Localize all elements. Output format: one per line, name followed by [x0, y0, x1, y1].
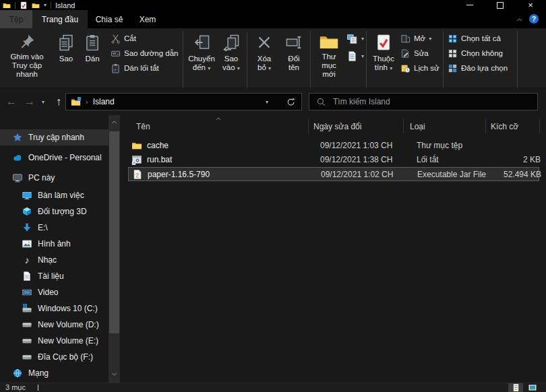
paste-shortcut-button[interactable]: Dán lối tắt — [111, 61, 159, 75]
sidebar-item-videos[interactable]: Video — [0, 284, 109, 300]
copy-icon — [57, 34, 75, 51]
thumbnails-view-button[interactable] — [525, 383, 540, 392]
select-all-button[interactable]: Chọn tất cả — [448, 31, 501, 46]
properties-button[interactable]: Thuộc tính ▾ — [369, 30, 398, 79]
app-folder-icon — [3, 1, 11, 9]
sidebar-item-this-pc[interactable]: PC này — [0, 170, 109, 186]
column-header-type[interactable]: Loại — [410, 122, 425, 131]
history-button[interactable]: Lịch sử — [400, 61, 439, 75]
qat-new-folder-icon[interactable] — [32, 1, 40, 9]
batch-file-shortcut-icon — [131, 154, 142, 165]
search-box[interactable] — [309, 93, 538, 110]
dropdown-arrow-icon: ▾ — [361, 53, 364, 59]
file-list: Tên Ngày sửa đổi Loại Kích cỡ cache 09/1… — [121, 115, 546, 383]
edit-button[interactable]: Sửa — [400, 46, 429, 61]
sidebar-scrollbar[interactable] — [109, 115, 120, 383]
tab-home[interactable]: Trang đầu — [32, 10, 88, 28]
desktop-icon — [22, 190, 32, 201]
sidebar-item-local-disk-f[interactable]: Đĩa Cục bộ (F:) — [0, 349, 109, 365]
copy-path-button[interactable]: Sao đường dẫn — [111, 46, 178, 61]
sidebar-item-documents[interactable]: Tài liệu — [0, 268, 109, 284]
paste-button[interactable]: Dán — [80, 30, 105, 79]
column-separator[interactable] — [308, 119, 309, 133]
star-icon — [12, 132, 23, 143]
sidebar-item-e-drive-folder[interactable]: E:\ — [0, 220, 109, 236]
new-item-button[interactable]: ▾ — [346, 48, 364, 63]
select-all-icon — [448, 34, 458, 44]
qat-separator — [15, 2, 16, 9]
column-separator[interactable] — [485, 119, 486, 133]
main-area: Truy cập nhanh OneDrive - Personal PC nà… — [0, 115, 546, 383]
help-icon[interactable]: ? — [529, 14, 539, 24]
window-title: Island — [55, 1, 75, 9]
file-row-paper-jar[interactable]: paper-1.16.5-790 09/12/2021 1:02 CH Exec… — [128, 167, 539, 181]
details-view-button[interactable] — [508, 383, 523, 392]
up-button[interactable]: ↑ — [51, 94, 66, 109]
easy-access-button[interactable]: ▾ — [346, 31, 364, 46]
tab-view[interactable]: Xem — [132, 10, 163, 28]
sidebar-item-3d-objects[interactable]: Đối tượng 3D — [0, 203, 109, 220]
file-row-cache[interactable]: cache 09/12/2021 1:03 CH Thư mục tệp — [128, 139, 539, 153]
copy-button[interactable]: Sao — [54, 30, 78, 79]
close-button[interactable]: × — [520, 0, 541, 10]
sidebar-item-desktop[interactable]: Bàn làm việc — [0, 187, 109, 203]
refresh-icon[interactable] — [286, 97, 296, 107]
item-count: 3 mục — [5, 383, 26, 391]
sidebar-item-windows-c-drive[interactable]: Windows 10 (C:) — [0, 300, 109, 317]
sidebar-item-new-volume-e[interactable]: New Volume (E:) — [0, 333, 109, 349]
search-input[interactable] — [332, 96, 523, 107]
column-separator[interactable] — [539, 119, 540, 133]
pin-to-quick-access-button[interactable]: Ghim vào Truy cập nhanh — [1, 30, 53, 79]
scrollbar-thumb[interactable] — [109, 131, 119, 333]
copy-to-button[interactable]: Sao vào ▾ — [218, 30, 244, 79]
pictures-icon — [22, 238, 32, 249]
delete-button[interactable]: Xóa bỏ ▾ — [251, 30, 278, 79]
computer-icon — [12, 172, 23, 183]
column-separator[interactable] — [403, 119, 404, 133]
invert-selection-button[interactable]: Đảo lựa chọn — [448, 61, 508, 75]
ribbon: Ghim vào Truy cập nhanh Sao Dán Cắt Sao … — [0, 28, 546, 88]
jar-file-icon — [132, 169, 143, 180]
new-folder-icon — [319, 32, 339, 52]
tab-share[interactable]: Chia sẻ — [90, 10, 128, 28]
address-dropdown-chevron-icon[interactable]: ▾ — [266, 99, 268, 105]
sidebar-item-onedrive[interactable]: OneDrive - Personal — [0, 150, 109, 166]
open-button[interactable]: Mở ▾ — [400, 31, 431, 46]
scroll-down-icon[interactable] — [110, 370, 119, 379]
minimize-button[interactable] — [460, 0, 480, 10]
maximize-button[interactable] — [490, 0, 510, 10]
address-bar[interactable]: › Island ▾ — [65, 93, 302, 110]
sidebar-item-music[interactable]: ♪Nhạc — [0, 252, 109, 268]
rename-button[interactable]: Đổi tên — [280, 30, 307, 79]
os-drive-icon — [22, 303, 32, 314]
scroll-up-icon[interactable] — [110, 118, 119, 127]
collapse-ribbon-icon[interactable] — [515, 15, 524, 24]
column-header-date[interactable]: Ngày sửa đổi — [313, 122, 361, 131]
paste-icon — [84, 34, 101, 51]
column-header-name[interactable]: Tên — [136, 122, 150, 131]
qat-customize-chevron-icon[interactable]: ▾ — [44, 2, 47, 8]
column-header-size[interactable]: Kích cỡ — [491, 122, 518, 131]
sidebar-item-quick-access[interactable]: Truy cập nhanh — [0, 129, 109, 145]
recent-locations-chevron-icon[interactable]: ▾ — [38, 94, 48, 109]
cut-button[interactable]: Cắt — [111, 31, 136, 46]
sidebar-item-new-volume-d[interactable]: New Volume (D:) — [0, 317, 109, 333]
copy-path-icon — [111, 48, 121, 59]
search-icon — [316, 97, 326, 107]
sidebar-item-pictures[interactable]: Hình ảnh — [0, 236, 109, 252]
select-none-icon — [448, 48, 458, 59]
new-folder-button[interactable]: Thư mục mới — [313, 30, 345, 79]
sidebar-item-network[interactable]: Mạng — [0, 365, 109, 381]
breadcrumb-item[interactable]: Island — [93, 97, 115, 106]
back-button[interactable]: ← — [4, 94, 19, 109]
delete-icon — [256, 34, 272, 51]
title-bar: ▾ Island × — [0, 0, 546, 10]
select-none-button[interactable]: Chọn không — [448, 46, 503, 61]
breadcrumb-folder-icon — [71, 97, 81, 107]
move-to-button[interactable]: Chuyển đến ▾ — [186, 30, 217, 79]
forward-button[interactable]: → — [22, 94, 37, 109]
qat-properties-icon[interactable] — [20, 1, 28, 9]
drive-icon — [22, 335, 32, 346]
tab-file[interactable]: Tệp — [0, 10, 32, 28]
file-row-run-bat[interactable]: run.bat 09/12/2021 1:38 CH Lối tắt 2 KB — [128, 153, 539, 167]
